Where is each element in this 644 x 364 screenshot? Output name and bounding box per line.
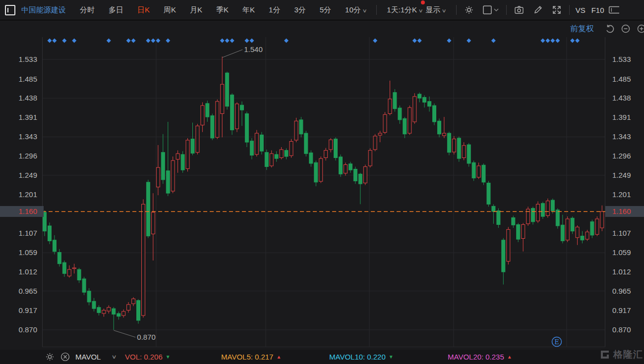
indicator-mavol10[interactable]: MAVOL10: 0.220▼ <box>329 350 394 364</box>
event-badge[interactable]: E <box>552 337 562 347</box>
axis-tick-right: 0.917 <box>612 306 631 315</box>
axis-tick-left: 1.343 <box>0 132 37 141</box>
axis-tick-right: 1.438 <box>612 94 631 103</box>
axis-tick-right: 1.343 <box>612 132 631 141</box>
axis-tick-right: 0.965 <box>612 287 631 296</box>
indicator-chevron-down-icon[interactable]: ∨ <box>110 350 116 364</box>
axis-tick-left: 1.107 <box>0 229 37 238</box>
axis-tick-left: 0.870 <box>0 325 37 334</box>
gelonghui-logo-icon <box>599 349 611 361</box>
axis-tick-right: 1.249 <box>612 171 631 180</box>
axis-tick-right: 0.870 <box>612 325 631 334</box>
candlestick-plot[interactable]: 1.5400.870E <box>0 0 644 364</box>
indicator-label: MAVOL10: <box>329 353 365 361</box>
adjust-mode-button[interactable]: 前复权 <box>570 24 594 34</box>
indicator-value: 0.206 <box>144 353 163 361</box>
indicator-bar: MAVOL ∨ VOL: 0.206▼MAVOL5: 0.217▲MAVOL10… <box>0 350 644 364</box>
axis-tick-left: 1.249 <box>0 171 37 180</box>
axis-tick-right: 1.059 <box>612 248 631 257</box>
undo-icon[interactable] <box>604 23 616 35</box>
indicator-value: 0.217 <box>255 353 274 361</box>
triangle-down-icon: ▼ <box>389 354 394 360</box>
zoom-out-icon[interactable] <box>620 23 632 35</box>
triangle-down-icon: ▼ <box>166 354 171 360</box>
zoom-in-icon[interactable] <box>636 23 644 35</box>
axis-tick-left: 1.201 <box>0 190 37 199</box>
indicator-vol[interactable]: VOL: 0.206▼ <box>125 350 171 364</box>
axis-tick-right: 1.012 <box>612 267 631 276</box>
axis-tick-left: 1.533 <box>0 55 37 64</box>
close-indicator-icon[interactable] <box>60 350 70 364</box>
axis-tick-left: 0.965 <box>0 287 37 296</box>
indicator-mavol5[interactable]: MAVOL5: 0.217▲ <box>221 350 281 364</box>
axis-tick-right: 1.107 <box>612 229 631 238</box>
indicator-value: 0.220 <box>367 353 386 361</box>
indicator-mavol20[interactable]: MAVOL20: 0.235▲ <box>448 350 512 364</box>
axis-tick-left: 1.485 <box>0 75 37 84</box>
axis-tick-left: 1.012 <box>0 267 37 276</box>
axis-tick-left: 0.917 <box>0 306 37 315</box>
axis-tick-right: 1.201 <box>612 190 631 199</box>
stock-chart-app: 中国能源建设 分时多日日K周K月K季K年K1分3分5分10分∨ 1天:1分K∨ … <box>0 0 644 364</box>
axis-tick-right: 1.391 <box>612 113 631 122</box>
axis-tick-left: 1.059 <box>0 248 37 257</box>
high-annotation: 1.540 <box>222 45 263 57</box>
indicator-label: MAVOL20: <box>448 353 483 361</box>
low-annotation: 0.870 <box>114 330 156 341</box>
indicator-settings-icon[interactable] <box>45 350 55 364</box>
candles[interactable] <box>43 56 604 330</box>
triangle-up-icon: ▲ <box>276 354 281 360</box>
chart-controls: 前复权 <box>570 23 644 35</box>
event-markers[interactable] <box>48 39 580 43</box>
svg-text:0.870: 0.870 <box>137 333 156 341</box>
axis-tick-right: 1.485 <box>612 75 631 84</box>
svg-text:1.540: 1.540 <box>244 45 263 53</box>
grid <box>42 37 605 347</box>
last-price-tag-right: 1.160 <box>605 206 644 217</box>
chart-region: 1.5400.870E 1.5331.4851.4381.3911.3431.2… <box>0 20 644 349</box>
gelonghui-watermark: 格隆汇 <box>599 348 643 361</box>
axis-tick-left: 1.296 <box>0 152 37 160</box>
triangle-up-icon: ▲ <box>507 354 512 360</box>
axis-tick-left: 1.438 <box>0 94 37 103</box>
axis-tick-right: 1.296 <box>612 152 631 160</box>
indicator-label: MAVOL5: <box>221 353 253 361</box>
last-price-tag-left: 1.160 <box>0 206 44 217</box>
axis-tick-right: 1.533 <box>612 55 631 64</box>
indicator-label: VOL: <box>125 353 142 361</box>
indicator-value: 0.235 <box>485 353 504 361</box>
svg-text:E: E <box>554 338 559 346</box>
axis-tick-left: 1.391 <box>0 113 37 122</box>
indicator-name[interactable]: MAVOL <box>75 350 101 364</box>
